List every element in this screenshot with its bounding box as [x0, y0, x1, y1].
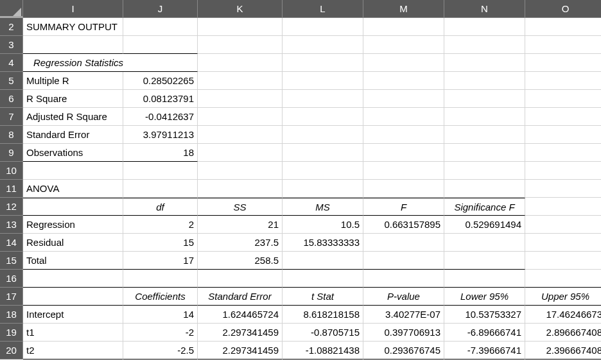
- cell-O14[interactable]: [525, 234, 601, 252]
- cell-L14[interactable]: 15.83333333: [283, 234, 363, 252]
- cell-L20[interactable]: -1.08821438: [283, 342, 363, 360]
- cell-K17[interactable]: Standard Error: [198, 288, 283, 306]
- cell-K13[interactable]: 21: [198, 216, 283, 234]
- row-header-12[interactable]: 12: [0, 198, 23, 216]
- cell-K7[interactable]: [198, 108, 283, 126]
- cell-N10[interactable]: [444, 162, 525, 180]
- cell-L4[interactable]: [283, 54, 363, 72]
- cell-M18[interactable]: 3.40277E-07: [363, 306, 444, 324]
- cell-M15[interactable]: [363, 252, 444, 270]
- cell-M13[interactable]: 0.663157895: [363, 216, 444, 234]
- row-header-11[interactable]: 11: [0, 180, 23, 198]
- row-header-17[interactable]: 17: [0, 288, 23, 306]
- row-header-16[interactable]: 16: [0, 270, 23, 288]
- col-header-K[interactable]: K: [198, 0, 283, 18]
- cell-O17[interactable]: Upper 95%: [525, 288, 601, 306]
- row-header-13[interactable]: 13: [0, 216, 23, 234]
- col-header-M[interactable]: M: [363, 0, 444, 18]
- cell-M12[interactable]: F: [363, 198, 444, 216]
- cell-N8[interactable]: [444, 126, 525, 144]
- cell-M16[interactable]: [363, 270, 444, 288]
- row-header-7[interactable]: 7: [0, 108, 23, 126]
- cell-K4[interactable]: [198, 54, 283, 72]
- row-header-8[interactable]: 8: [0, 126, 23, 144]
- cell-J17[interactable]: Coefficients: [123, 288, 198, 306]
- col-header-I[interactable]: I: [23, 0, 123, 18]
- cell-L15[interactable]: [283, 252, 363, 270]
- cell-L16[interactable]: [283, 270, 363, 288]
- cell-O18[interactable]: 17.46246673: [525, 306, 601, 324]
- cell-N16[interactable]: [444, 270, 525, 288]
- cell-K11[interactable]: [198, 180, 283, 198]
- cell-N3[interactable]: [444, 36, 525, 54]
- row-header-5[interactable]: 5: [0, 72, 23, 90]
- cell-N14[interactable]: [444, 234, 525, 252]
- cell-L8[interactable]: [283, 126, 363, 144]
- cell-O10[interactable]: [525, 162, 601, 180]
- cell-O4[interactable]: [525, 54, 601, 72]
- row-header-15[interactable]: 15: [0, 252, 23, 270]
- cell-N4[interactable]: [444, 54, 525, 72]
- cell-K12[interactable]: SS: [198, 198, 283, 216]
- cell-O13[interactable]: [525, 216, 601, 234]
- cell-L2[interactable]: [283, 18, 363, 36]
- cell-J13[interactable]: 2: [123, 216, 198, 234]
- cell-J4[interactable]: [123, 54, 198, 72]
- col-header-N[interactable]: N: [444, 0, 525, 18]
- cell-K9[interactable]: [198, 144, 283, 162]
- cell-O7[interactable]: [525, 108, 601, 126]
- cell-L6[interactable]: [283, 90, 363, 108]
- cell-N18[interactable]: 10.53753327: [444, 306, 525, 324]
- cell-M2[interactable]: [363, 18, 444, 36]
- cell-O12[interactable]: [525, 198, 601, 216]
- cell-N9[interactable]: [444, 144, 525, 162]
- cell-N5[interactable]: [444, 72, 525, 90]
- cell-I4[interactable]: Regression Statistics: [23, 54, 123, 72]
- cell-K10[interactable]: [198, 162, 283, 180]
- cell-J7[interactable]: -0.0412637: [123, 108, 198, 126]
- row-header-4[interactable]: 4: [0, 54, 23, 72]
- cell-K16[interactable]: [198, 270, 283, 288]
- cell-N6[interactable]: [444, 90, 525, 108]
- cell-N13[interactable]: 0.529691494: [444, 216, 525, 234]
- cell-J14[interactable]: 15: [123, 234, 198, 252]
- cell-K8[interactable]: [198, 126, 283, 144]
- cell-N20[interactable]: -7.39666741: [444, 342, 525, 360]
- row-header-6[interactable]: 6: [0, 90, 23, 108]
- cell-M10[interactable]: [363, 162, 444, 180]
- cell-I11[interactable]: ANOVA: [23, 180, 123, 198]
- cell-J20[interactable]: -2.5: [123, 342, 198, 360]
- cell-K15[interactable]: 258.5: [198, 252, 283, 270]
- cell-I6[interactable]: R Square: [23, 90, 123, 108]
- cell-I15[interactable]: Total: [23, 252, 123, 270]
- cell-L9[interactable]: [283, 144, 363, 162]
- row-header-19[interactable]: 19: [0, 324, 23, 342]
- cell-O8[interactable]: [525, 126, 601, 144]
- cell-J9[interactable]: 18: [123, 144, 198, 162]
- cell-L11[interactable]: [283, 180, 363, 198]
- cell-I7[interactable]: Adjusted R Square: [23, 108, 123, 126]
- cell-O20[interactable]: 2.396667408: [525, 342, 601, 360]
- cell-O19[interactable]: 2.896667408: [525, 324, 601, 342]
- row-header-9[interactable]: 9: [0, 144, 23, 162]
- cell-N11[interactable]: [444, 180, 525, 198]
- col-header-O[interactable]: O: [525, 0, 601, 18]
- cell-N19[interactable]: -6.89666741: [444, 324, 525, 342]
- cell-M7[interactable]: [363, 108, 444, 126]
- cell-J3[interactable]: [123, 36, 198, 54]
- cell-O6[interactable]: [525, 90, 601, 108]
- cell-J15[interactable]: 17: [123, 252, 198, 270]
- cell-M6[interactable]: [363, 90, 444, 108]
- cell-K2[interactable]: [198, 18, 283, 36]
- cell-K20[interactable]: 2.297341459: [198, 342, 283, 360]
- cell-I14[interactable]: Residual: [23, 234, 123, 252]
- cell-O2[interactable]: [525, 18, 601, 36]
- cell-I9[interactable]: Observations: [23, 144, 123, 162]
- cell-M17[interactable]: P-value: [363, 288, 444, 306]
- cell-J18[interactable]: 14: [123, 306, 198, 324]
- cell-N12[interactable]: Significance F: [444, 198, 525, 216]
- cell-K14[interactable]: 237.5: [198, 234, 283, 252]
- cell-M11[interactable]: [363, 180, 444, 198]
- cell-K6[interactable]: [198, 90, 283, 108]
- cell-I18[interactable]: Intercept: [23, 306, 123, 324]
